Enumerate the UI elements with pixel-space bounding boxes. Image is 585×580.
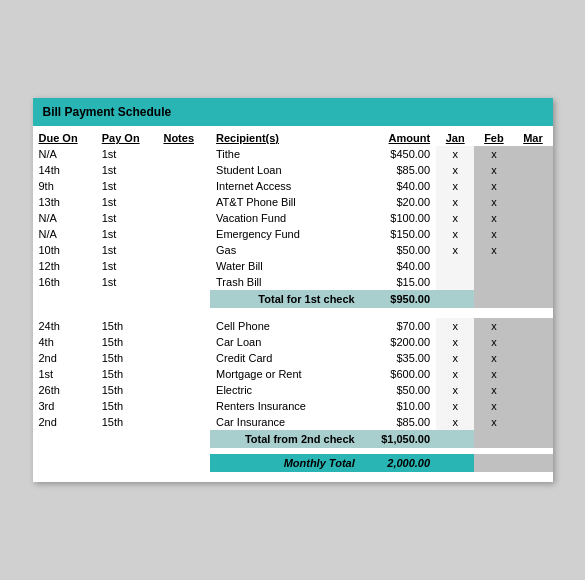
notes-cell: [157, 366, 210, 382]
recipient-cell: Credit Card: [210, 350, 361, 366]
feb-header: Feb: [474, 126, 513, 146]
pay-on-cell: 15th: [96, 318, 158, 334]
due-on-cell: N/A: [33, 210, 96, 226]
recipient-cell: Vacation Fund: [210, 210, 361, 226]
feb-cell: x: [474, 414, 513, 430]
notes-cell: [157, 162, 210, 178]
amount-cell: $35.00: [361, 350, 436, 366]
jan-cell: x: [436, 226, 474, 242]
recipient-cell: Renters Insurance: [210, 398, 361, 414]
recipient-cell: Emergency Fund: [210, 226, 361, 242]
pay-on-cell: 15th: [96, 366, 158, 382]
table-row: N/A 1st Tithe $450.00 x x: [33, 146, 553, 162]
mar-cell: [513, 242, 552, 258]
bottom-spacer-row: [33, 472, 553, 482]
table-row: 14th 1st Student Loan $85.00 x x: [33, 162, 553, 178]
feb-cell: x: [474, 318, 513, 334]
pay-on-cell: 15th: [96, 382, 158, 398]
amount-cell: $50.00: [361, 242, 436, 258]
pay-on-cell: 15th: [96, 398, 158, 414]
amount-cell: $200.00: [361, 334, 436, 350]
notes-cell: [157, 414, 210, 430]
feb-cell: x: [474, 162, 513, 178]
due-on-cell: N/A: [33, 146, 96, 162]
feb-cell: [474, 274, 513, 290]
spreadsheet-container: Bill Payment Schedule Due On Pay On Note…: [33, 98, 553, 482]
first-check-total-row: Total for 1st check $950.00: [33, 290, 553, 308]
pay-on-cell: 1st: [96, 194, 158, 210]
feb-cell: x: [474, 194, 513, 210]
feb-cell: x: [474, 178, 513, 194]
recipient-cell: Trash Bill: [210, 274, 361, 290]
feb-cell: x: [474, 226, 513, 242]
notes-cell: [157, 334, 210, 350]
table-row: 10th 1st Gas $50.00 x x: [33, 242, 553, 258]
mar-cell: [513, 258, 552, 274]
pay-on-cell: 1st: [96, 274, 158, 290]
recipient-cell: Car Loan: [210, 334, 361, 350]
due-on-cell: 26th: [33, 382, 96, 398]
mar-cell: [513, 334, 552, 350]
mar-cell: [513, 414, 552, 430]
payment-table: Due On Pay On Notes Recipient(s) Amount …: [33, 126, 553, 482]
amount-cell: $85.00: [361, 414, 436, 430]
due-on-cell: 9th: [33, 178, 96, 194]
table-row: 13th 1st AT&T Phone Bill $20.00 x x: [33, 194, 553, 210]
jan-cell: x: [436, 382, 474, 398]
table-row: 3rd 15th Renters Insurance $10.00 x x: [33, 398, 553, 414]
pay-on-cell: 1st: [96, 146, 158, 162]
recipient-cell: Student Loan: [210, 162, 361, 178]
amount-header: Amount: [361, 126, 436, 146]
jan-cell: x: [436, 334, 474, 350]
due-on-cell: 13th: [33, 194, 96, 210]
recipient-cell: Tithe: [210, 146, 361, 162]
notes-cell: [157, 226, 210, 242]
pay-on-cell: 15th: [96, 414, 158, 430]
pay-on-cell: 1st: [96, 242, 158, 258]
notes-cell: [157, 398, 210, 414]
jan-cell: x: [436, 242, 474, 258]
amount-cell: $10.00: [361, 398, 436, 414]
notes-header: Notes: [157, 126, 210, 146]
table-row: 24th 15th Cell Phone $70.00 x x: [33, 318, 553, 334]
pay-on-cell: 15th: [96, 334, 158, 350]
feb-cell: x: [474, 334, 513, 350]
mar-cell: [513, 366, 552, 382]
spacer-row: [33, 308, 553, 318]
amount-cell: $40.00: [361, 258, 436, 274]
notes-cell: [157, 382, 210, 398]
table-row: 2nd 15th Credit Card $35.00 x x: [33, 350, 553, 366]
amount-cell: $85.00: [361, 162, 436, 178]
mar-cell: [513, 210, 552, 226]
mar-cell: [513, 350, 552, 366]
title-bar: Bill Payment Schedule: [33, 98, 553, 126]
feb-cell: [474, 258, 513, 274]
recipient-cell: Cell Phone: [210, 318, 361, 334]
pay-on-cell: 1st: [96, 178, 158, 194]
recipient-cell: Gas: [210, 242, 361, 258]
recipient-cell: Internet Access: [210, 178, 361, 194]
notes-cell: [157, 258, 210, 274]
due-on-cell: 24th: [33, 318, 96, 334]
jan-cell: x: [436, 414, 474, 430]
amount-cell: $150.00: [361, 226, 436, 242]
notes-cell: [157, 318, 210, 334]
amount-cell: $100.00: [361, 210, 436, 226]
notes-cell: [157, 194, 210, 210]
due-on-cell: 12th: [33, 258, 96, 274]
feb-cell: x: [474, 398, 513, 414]
amount-cell: $15.00: [361, 274, 436, 290]
notes-cell: [157, 210, 210, 226]
jan-cell: x: [436, 350, 474, 366]
table-row: 16th 1st Trash Bill $15.00: [33, 274, 553, 290]
jan-cell: x: [436, 194, 474, 210]
recipients-header: Recipient(s): [210, 126, 361, 146]
table-header-row: Due On Pay On Notes Recipient(s) Amount …: [33, 126, 553, 146]
mar-cell: [513, 382, 552, 398]
table-row: 1st 15th Mortgage or Rent $600.00 x x: [33, 366, 553, 382]
notes-cell: [157, 178, 210, 194]
recipient-cell: AT&T Phone Bill: [210, 194, 361, 210]
feb-cell: x: [474, 242, 513, 258]
recipient-cell: Mortgage or Rent: [210, 366, 361, 382]
table-row: 12th 1st Water Bill $40.00: [33, 258, 553, 274]
